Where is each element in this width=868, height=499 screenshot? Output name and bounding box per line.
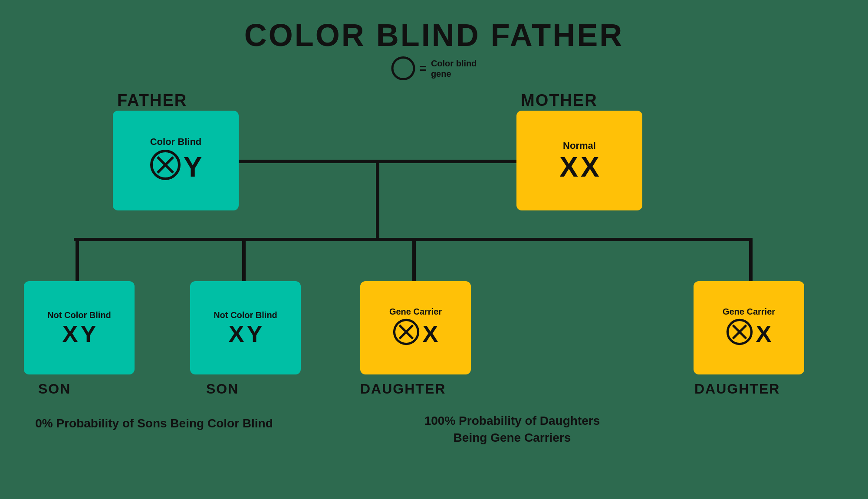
daughter1-label: DAUGHTER (360, 381, 446, 397)
mother-x1-gene: X (559, 153, 578, 181)
daughter2-genes: X (726, 318, 771, 349)
father-y-gene: Y (184, 153, 202, 181)
son1-y-gene: Y (81, 322, 96, 345)
mother-card: Normal X X (516, 111, 642, 210)
daughter2-x-gene: X (756, 322, 771, 345)
legend: = Color blindgene (391, 56, 477, 80)
son2-connector-v (242, 238, 246, 281)
son2-status: Not Color Blind (214, 310, 277, 320)
son1-status: Not Color Blind (47, 310, 111, 320)
father-card: Color Blind Y (113, 111, 239, 210)
son1-x-gene: X (62, 322, 78, 345)
daughter2-connector-v (749, 238, 753, 281)
son2-card: Not Color Blind X Y (190, 281, 301, 374)
legend-circle (391, 56, 415, 80)
father-label: FATHER (117, 91, 187, 110)
sons-probability: 0% Probability of Sons Being Color Blind (24, 417, 284, 430)
son2-x-gene: X (228, 322, 244, 345)
daughter1-genes: X (393, 318, 438, 349)
daughter1-x-gene: X (422, 322, 438, 345)
son2-genes: X Y (228, 322, 262, 345)
page-title: COLOR BLIND FATHER (0, 0, 868, 53)
father-genes: Y (150, 149, 202, 185)
son1-connector-v (76, 238, 79, 281)
mother-label: MOTHER (521, 91, 598, 110)
daughter1-status: Gene Carrier (389, 307, 442, 317)
daughter1-card: Gene Carrier X (360, 281, 471, 374)
son1-genes: X Y (62, 322, 96, 345)
son1-card: Not Color Blind X Y (24, 281, 135, 374)
mother-x2-gene: X (581, 153, 599, 181)
father-xb-icon (150, 149, 181, 185)
parent-connector-v (376, 160, 379, 238)
legend-text: Color blindgene (431, 58, 477, 79)
mother-genes: X X (559, 153, 599, 181)
daughter2-card: Gene Carrier X (694, 281, 804, 374)
daughters-probability: 100% Probability of DaughtersBeing Gene … (360, 412, 664, 446)
daughter1-xb-icon (393, 318, 420, 349)
daughter1-connector-v (412, 238, 416, 281)
daughter2-xb-icon (726, 318, 753, 349)
mother-status: Normal (563, 140, 596, 151)
daughter2-label: DAUGHTER (694, 381, 780, 397)
daughter2-status: Gene Carrier (723, 307, 775, 317)
son2-y-gene: Y (247, 322, 263, 345)
son2-label: SON (206, 381, 239, 397)
son1-label: SON (38, 381, 71, 397)
father-status: Color Blind (150, 136, 202, 148)
legend-equals: = (420, 62, 427, 76)
